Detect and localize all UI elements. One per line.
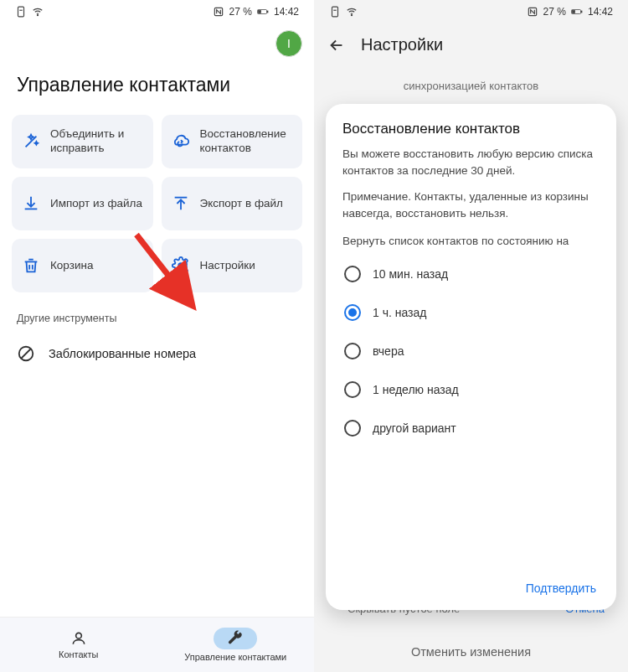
- back-arrow-icon[interactable]: [327, 36, 346, 54]
- trash-icon: [22, 256, 40, 275]
- radio-icon: [344, 266, 361, 282]
- nav-label: Управление контактами: [184, 652, 286, 662]
- tile-label: Импорт из файла: [50, 197, 142, 211]
- wifi-icon: [32, 6, 44, 18]
- download-icon: [22, 194, 40, 213]
- svg-line-11: [22, 349, 31, 359]
- svg-rect-19: [572, 11, 574, 13]
- svg-point-12: [75, 633, 81, 638]
- row-label: Заблокированные номера: [49, 347, 196, 360]
- battery-icon: [257, 6, 269, 18]
- nfc-icon: [527, 6, 538, 18]
- time-text: 14:42: [274, 6, 299, 18]
- tile-restore[interactable]: Восстановление контактов: [162, 115, 303, 168]
- restore-option-label: 1 ч. назад: [373, 306, 426, 319]
- battery-icon: [571, 6, 583, 18]
- sim-icon: [329, 6, 341, 18]
- restore-option-label: вчера: [373, 344, 404, 358]
- restore-option[interactable]: вчера: [342, 332, 600, 370]
- tile-merge-fix[interactable]: Объединить и исправить: [12, 115, 153, 168]
- sim-icon: [15, 6, 27, 18]
- restore-option-label: 10 мин. назад: [373, 267, 448, 281]
- tile-settings[interactable]: Настройки: [162, 239, 303, 292]
- restore-dialog: Восстановление контактов Вы можете восст…: [326, 104, 616, 610]
- radio-icon: [344, 304, 361, 321]
- tile-label: Объединить и исправить: [50, 127, 145, 156]
- settings-header: Настройки: [314, 23, 628, 63]
- dialog-note: Примечание. Контакты, удаленные из корзи…: [342, 189, 600, 221]
- nav-manage[interactable]: Управление контактами: [157, 618, 315, 672]
- tile-import[interactable]: Импорт из файла: [12, 177, 153, 230]
- radio-icon: [344, 420, 361, 437]
- time-text: 14:42: [588, 6, 613, 18]
- statusbar: 27 % 14:42: [0, 0, 314, 23]
- restore-option[interactable]: 1 ч. назад: [342, 293, 600, 332]
- svg-rect-0: [18, 7, 24, 17]
- upload-icon: [172, 194, 190, 213]
- tile-export[interactable]: Экспорт в файл: [162, 177, 303, 230]
- cloud-sync-icon: [172, 132, 190, 151]
- nav-label: Контакты: [59, 649, 99, 659]
- battery-text: 27 %: [229, 6, 252, 18]
- svg-rect-5: [267, 11, 268, 13]
- svg-point-9: [178, 263, 183, 268]
- page-title: Управление контактами: [0, 57, 314, 115]
- radio-icon: [344, 343, 361, 359]
- tile-label: Настройки: [200, 259, 255, 273]
- nfc-icon: [213, 6, 224, 18]
- dialog-title: Восстановление контактов: [342, 121, 600, 137]
- wand-icon: [22, 132, 40, 151]
- settings-title: Настройки: [361, 35, 443, 54]
- svg-point-15: [351, 15, 352, 16]
- svg-rect-18: [581, 11, 582, 13]
- block-icon: [17, 344, 35, 363]
- wifi-icon: [346, 6, 358, 18]
- gear-icon: [172, 256, 190, 275]
- svg-point-2: [37, 15, 38, 16]
- dialog-subtitle: Вернуть список контактов по состоянию на: [342, 233, 600, 250]
- tile-label: Корзина: [50, 259, 93, 273]
- nav-contacts[interactable]: Контакты: [0, 618, 157, 672]
- undo-changes-row[interactable]: Отменить изменения: [314, 645, 628, 659]
- person-icon: [70, 630, 87, 647]
- confirm-button[interactable]: Подтвердить: [522, 576, 600, 600]
- wrench-icon: [227, 630, 244, 647]
- bottom-nav: Контакты Управление контактами: [0, 617, 314, 672]
- dialog-body: Вы можете восстановить любую версию спис…: [342, 146, 600, 178]
- restore-option[interactable]: 1 неделю назад: [342, 370, 600, 409]
- svg-rect-13: [332, 7, 338, 17]
- restore-option-label: другой вариант: [373, 421, 456, 435]
- tile-trash[interactable]: Корзина: [12, 239, 153, 292]
- restore-option-list: 10 мин. назад1 ч. назадвчера1 неделю наз…: [342, 255, 600, 447]
- action-grid: Объединить и исправить Восстановление ко…: [0, 115, 314, 292]
- battery-text: 27 %: [543, 6, 566, 18]
- restore-option[interactable]: другой вариант: [342, 409, 600, 447]
- tile-label: Экспорт в файл: [200, 197, 283, 211]
- obscured-row-top: синхронизацией контактов: [314, 79, 628, 94]
- header-row: I: [0, 23, 314, 57]
- phone-left-manage-contacts: 27 % 14:42 I Управление контактами Объед…: [0, 0, 314, 672]
- radio-icon: [344, 381, 361, 398]
- tile-label: Восстановление контактов: [200, 127, 295, 156]
- svg-rect-6: [258, 11, 260, 13]
- phone-right-settings: 27 % 14:42 Настройки синхронизацией конт…: [314, 0, 628, 672]
- row-blocked-numbers[interactable]: Заблокированные номера: [0, 334, 314, 373]
- avatar[interactable]: I: [275, 30, 302, 57]
- restore-option[interactable]: 10 мин. назад: [342, 255, 600, 293]
- section-other-tools: Другие инструменты: [0, 292, 314, 334]
- statusbar: 27 % 14:42: [314, 0, 628, 23]
- restore-option-label: 1 неделю назад: [373, 383, 459, 396]
